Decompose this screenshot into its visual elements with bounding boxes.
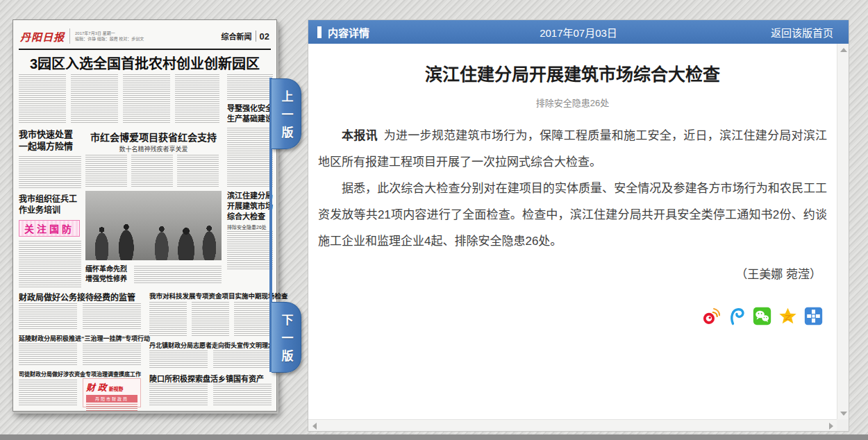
article-body-sim — [227, 74, 273, 101]
article-body-sim — [149, 350, 208, 369]
headline-caizheng[interactable]: 财政局做好公务接待经费的监管 — [19, 291, 144, 303]
headline-danbei[interactable]: 丹北镇财政分局志愿者走向街头宣传文明理念 — [149, 341, 274, 350]
article-body-sim — [83, 303, 141, 330]
scroll-down-button[interactable] — [837, 407, 849, 419]
newspaper-logo: 丹阳日报 — [20, 29, 65, 44]
up-arrow-icon — [840, 48, 847, 52]
edition-date: 2017年07月03日 — [540, 25, 617, 40]
next-edition-tab[interactable]: 下一版 — [272, 302, 301, 373]
scroll-up-button[interactable] — [837, 44, 849, 56]
article-body-sim — [175, 74, 219, 123]
section-page-label: 综合新闻 02 — [222, 31, 269, 42]
article-body-sim — [85, 155, 127, 188]
prev-edition-label: 上一版 — [278, 84, 295, 144]
right-arrow-icon — [829, 423, 833, 430]
headline-binjiang[interactable]: 滨江住建分局开展建筑市场综合大检查 — [227, 191, 274, 222]
article-paragraph-1: 本报讯为进一步规范建筑市场行为，保障工程质量和施工安全，近日，滨江住建分局对滨江… — [318, 123, 827, 176]
wechat-icon[interactable] — [753, 307, 771, 325]
back-to-page-link[interactable]: 返回该版首页 — [771, 25, 833, 40]
headline-situ[interactable]: 司徒财政分局做好涉农资金专项治理调查摸底工作 — [19, 370, 144, 378]
subheadline-binjiang: 排除安全隐患26处 — [227, 223, 274, 230]
tencent-weibo-icon[interactable] — [727, 307, 746, 325]
article-body-sim — [19, 380, 77, 406]
article-body-sim — [227, 128, 273, 187]
paragraph-1-text: 为进一步规范建筑市场行为，保障工程质量和施工安全，近日，滨江住建分局对滨江地区所… — [318, 129, 827, 169]
scroll-left-button[interactable] — [308, 420, 320, 432]
article-body-sim — [131, 155, 173, 188]
bottom-frame-bar — [0, 434, 868, 440]
article-body-sim — [19, 156, 81, 189]
news-photo — [85, 191, 222, 260]
article-body-sim — [19, 303, 77, 330]
caizheng-ad: 财 政新视野 丹阳市财政局 — [83, 378, 141, 407]
lede-label: 本报讯 — [342, 129, 378, 142]
article-body-sim — [19, 241, 81, 288]
subheadline-honghui: 数十名精神残疾者享关爱 — [85, 144, 222, 153]
article-title: 滨江住建分局开展建筑市场综合大检查 — [318, 60, 827, 85]
newspaper-page-preview[interactable]: 丹阳日报 2017年7月3日 星期一 编辑：许静 组版：殷霞 校对：步剑文 综合… — [12, 19, 277, 412]
headline-honghui[interactable]: 市红会博爱项目获省红会支持 — [85, 130, 222, 144]
header-marker-icon — [317, 26, 322, 38]
article-body-sim — [19, 74, 66, 123]
article-body-sim — [83, 344, 141, 366]
article-body-sim — [149, 384, 208, 406]
down-arrow-icon — [840, 412, 847, 416]
divider — [69, 28, 70, 44]
article-body-sim — [19, 344, 77, 366]
article-body-sim — [213, 350, 272, 369]
photo-caption-sim — [134, 266, 222, 284]
section-name: 综合新闻 — [222, 31, 252, 42]
headline-lingkou[interactable]: 陵口所积极探索盘活乡镇国有资产 — [149, 373, 274, 384]
article-body-sim — [213, 384, 272, 406]
share-more-icon[interactable] — [804, 307, 823, 325]
photo-caption: 缅怀革命先烈 增强党性修养 — [85, 264, 130, 284]
newspaper-dateline: 2017年7月3日 星期一 编辑：许静 组版：殷霞 校对：步剑文 — [75, 31, 144, 42]
article-byline: （王美娜 菀滢） — [318, 264, 827, 282]
left-arrow-icon — [312, 423, 317, 430]
article-body-sim — [192, 302, 229, 337]
horizontal-scrollbar[interactable] — [308, 419, 837, 431]
page-number: 02 — [260, 31, 269, 42]
ad-lines — [86, 404, 137, 411]
article-body: 本报讯为进一步规范建筑市场行为，保障工程质量和施工安全，近日，滨江住建分局对滨江… — [318, 123, 827, 255]
article-subtitle: 排除安全隐患26处 — [318, 96, 827, 109]
prev-edition-tab[interactable]: 上一版 — [272, 78, 301, 149]
ad-title: 财 政 — [86, 380, 107, 394]
headline-main[interactable]: 3园区入选全国首批农村创业创新园区 — [17, 53, 272, 73]
newspaper-masthead: 丹阳日报 2017年7月3日 星期一 编辑：许静 组版：殷霞 校对：步剑文 综合… — [20, 26, 269, 46]
headline-tafang[interactable]: 我市快速处置一起塌方险情 — [19, 128, 81, 152]
paragraph-2-text: 据悉，此次综合大检查分别对在建项目的实体质量、安全情况及参建各方市场行为和农民工… — [318, 182, 827, 248]
sina-weibo-icon[interactable] — [701, 307, 720, 325]
headline-daoshu[interactable]: 导墅强化安全生产基础建设 — [227, 103, 273, 124]
article-detail-panel: 内容详情 2017年07月03日 返回该版首页 滨江住建分局开展建筑市场综合大检… — [308, 19, 849, 432]
detail-header-title: 内容详情 — [328, 25, 369, 40]
article-content-area: 滨江住建分局开展建筑市场综合大检查 排除安全隐患26处 本报讯为进一步规范建筑市… — [308, 44, 837, 419]
headline-keji[interactable]: 我市对科技发展专项资金项目实施中期现场检查 — [149, 291, 274, 301]
article-body-sim — [123, 74, 170, 123]
article-body-sim — [149, 302, 187, 337]
ad-subtitle: 新视野 — [109, 385, 124, 392]
masthead-rule — [19, 49, 271, 50]
divider — [256, 31, 256, 42]
article-paragraph-2: 据悉，此次综合大检查分别对在建项目的实体质量、安全情况及参建各方市场行为和农民工… — [318, 176, 827, 255]
share-toolbar — [318, 307, 827, 325]
next-edition-label: 下一版 — [278, 307, 295, 368]
detail-header-bar: 内容详情 2017年07月03日 返回该版首页 — [308, 20, 849, 44]
article-body-sim — [177, 155, 219, 188]
article-body-sim — [71, 74, 118, 123]
article-body-sim — [234, 302, 272, 337]
scroll-right-button[interactable] — [825, 420, 837, 432]
scrollbar-corner — [837, 419, 849, 431]
headline-yanling[interactable]: 延陵财政分局积极推进“三治理一挂牌”专项行动 — [19, 334, 144, 343]
headline-zhengbing[interactable]: 我市组织征兵工作业务培训 — [19, 194, 81, 216]
banner-guofang: 关注国防 — [19, 220, 80, 237]
dateline-text: 2017年7月3日 星期一 — [75, 31, 115, 35]
article-body-sim — [227, 231, 273, 270]
staffline-text: 编辑：许静 组版：殷霞 校对：步剑文 — [75, 37, 144, 41]
qzone-icon[interactable] — [778, 307, 797, 325]
vertical-scrollbar[interactable] — [837, 44, 849, 419]
ad-org: 丹阳市财政局 — [86, 395, 137, 403]
